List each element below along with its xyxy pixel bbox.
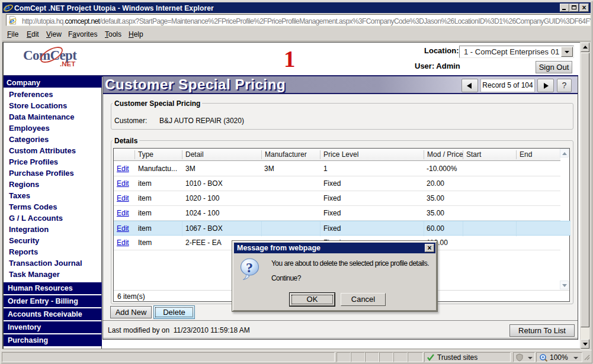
svg-text:.NET: .NET <box>60 60 75 67</box>
svg-text:?: ? <box>246 260 253 275</box>
